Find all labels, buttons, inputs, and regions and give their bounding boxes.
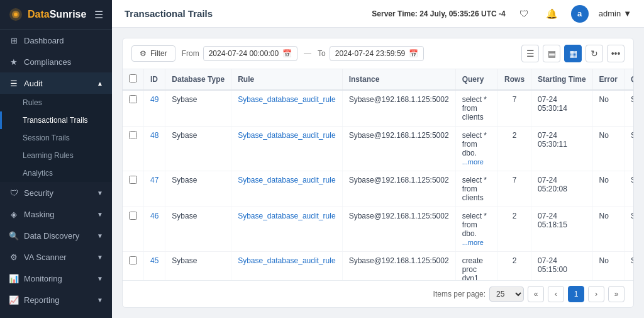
refresh-icon[interactable]: ↻ (586, 45, 603, 62)
row-checkbox-cell[interactable] (123, 207, 144, 252)
row-query-type: Select (624, 171, 633, 207)
reporting-chevron-icon: ▼ (97, 297, 103, 304)
row-checkbox-cell[interactable] (123, 171, 144, 207)
audit-section-header[interactable]: ☰ Audit ▲ (0, 72, 112, 94)
sidebar-item-analytics[interactable]: Analytics (0, 164, 112, 182)
sidebar-item-session-trails[interactable]: Session Trails (0, 129, 112, 147)
user-chevron-icon: ▼ (623, 9, 631, 18)
header-starting-time[interactable]: Starting Time (531, 69, 592, 90)
sidebar-item-dashboard[interactable]: ⊞ Dashboard (0, 30, 112, 51)
table-body: 49 Sybase Sybase_database_audit_rule Syb… (123, 90, 633, 280)
sidebar-item-masking[interactable]: ◈ Masking ▼ (0, 203, 112, 225)
row-checkbox[interactable] (129, 212, 137, 220)
row-id[interactable]: 49 (144, 90, 165, 127)
row-checkbox[interactable] (129, 176, 137, 184)
row-rule[interactable]: Sybase_database_audit_rule (231, 207, 342, 252)
header-query[interactable]: Query (455, 69, 497, 90)
user-menu[interactable]: admin ▼ (599, 9, 631, 18)
sidebar-item-monitoring[interactable]: 📊 Monitoring ▼ (0, 268, 112, 289)
topbar: Transactional Trails Server Time: 24 Jul… (112, 0, 644, 28)
row-checkbox-cell[interactable] (123, 252, 144, 281)
last-page-button[interactable]: » (608, 286, 625, 302)
row-checkbox-cell[interactable] (123, 90, 144, 127)
sidebar-item-learning-rules[interactable]: Learning Rules (0, 147, 112, 164)
sidebar-item-transactional-trails[interactable]: Transactional Trails (0, 111, 112, 129)
row-id[interactable]: 48 (144, 127, 165, 171)
prev-page-button[interactable]: ‹ (548, 286, 564, 302)
next-page-button[interactable]: › (588, 286, 604, 302)
row-rule[interactable]: Sybase_database_audit_rule (231, 171, 342, 207)
row-rule[interactable]: Sybase_database_audit_rule (231, 90, 342, 127)
toolbar-right: ☰ ▤ ▦ ↻ ••• (521, 45, 625, 62)
sidebar-item-security[interactable]: 🛡 Security ▼ (0, 182, 112, 203)
view-compact-icon[interactable]: ▤ (543, 45, 560, 62)
from-date-input[interactable]: 2024-07-24 00:00:00 📅 (203, 46, 297, 61)
sidebar-item-label: Data Discovery (24, 231, 79, 241)
header-checkbox[interactable] (123, 69, 144, 90)
row-checkbox[interactable] (129, 95, 137, 103)
header-query-type[interactable]: Query Type (624, 69, 633, 90)
audit-chevron-icon: ▲ (97, 80, 103, 87)
more-link[interactable]: ...more (462, 239, 484, 246)
first-page-button[interactable]: « (528, 286, 544, 302)
row-checkbox[interactable] (129, 256, 137, 264)
to-label: To (318, 49, 326, 58)
row-rule[interactable]: Sybase_database_audit_rule (231, 127, 342, 171)
sidebar-item-rules[interactable]: Rules (0, 94, 112, 111)
calendar-to-icon[interactable]: 📅 (409, 49, 418, 58)
header-instance[interactable]: Instance (342, 69, 455, 90)
select-all-checkbox[interactable] (129, 74, 137, 82)
user-avatar[interactable]: a (571, 5, 589, 23)
bell-icon[interactable]: 🔔 (543, 5, 561, 23)
menu-toggle-icon[interactable]: ☰ (94, 9, 103, 21)
view-list-icon[interactable]: ☰ (521, 45, 539, 62)
table-row: 48 Sybase Sybase_database_audit_rule Syb… (123, 127, 633, 171)
row-rows: 2 (498, 252, 531, 281)
header-rule[interactable]: Rule (231, 69, 342, 90)
row-id[interactable]: 47 (144, 171, 165, 207)
to-date-input[interactable]: 2024-07-24 23:59:59 📅 (330, 46, 424, 61)
row-error: No (592, 252, 624, 281)
header-db-type[interactable]: Database Type (165, 69, 231, 90)
row-db-type: Sybase (165, 127, 231, 171)
per-page-select[interactable]: 25 50 100 (489, 287, 524, 302)
sidebar-item-label: Compliances (24, 57, 71, 67)
row-instance: Sybase@192.168.1.125:5002 (342, 90, 455, 127)
row-id[interactable]: 46 (144, 207, 165, 252)
row-rule[interactable]: Sybase_database_audit_rule (231, 252, 342, 281)
sidebar-item-reporting[interactable]: 📈 Reporting ▼ (0, 289, 112, 310)
date-range-separator: — (304, 49, 311, 58)
row-query-type: Select (624, 90, 633, 127)
calendar-from-icon[interactable]: 📅 (282, 49, 292, 58)
header-rows[interactable]: Rows (498, 69, 531, 90)
row-id[interactable]: 45 (144, 252, 165, 281)
sidebar-item-resource-manager[interactable]: </> Resource Manager ▼ (0, 310, 112, 318)
row-query-type: Select (624, 207, 633, 252)
reporting-icon: 📈 (9, 295, 19, 305)
row-checkbox-cell[interactable] (123, 127, 144, 171)
row-query-type: Select (624, 127, 633, 171)
server-time-value: 24 July, 05:35:26 UTC -4 (419, 9, 506, 18)
row-db-type: Sybase (165, 90, 231, 127)
audit-icon: ☰ (9, 78, 19, 88)
table-container: ⚙ Filter From 2024-07-24 00:00:00 📅 — To… (122, 38, 634, 308)
more-options-icon[interactable]: ••• (607, 45, 625, 62)
filter-icon: ⚙ (140, 49, 147, 58)
header-id[interactable]: ID (144, 69, 165, 90)
row-checkbox[interactable] (129, 131, 137, 139)
view-table-icon[interactable]: ▦ (564, 45, 582, 62)
shield-topbar-icon[interactable]: 🛡 (516, 5, 533, 23)
sidebar-item-compliances[interactable]: ★ Compliances (0, 51, 112, 72)
topbar-right: Server Time: 24 July, 05:35:26 UTC -4 🛡 … (372, 5, 631, 23)
row-query: create proc dyn1 ...more (455, 252, 497, 281)
header-error[interactable]: Error (592, 69, 624, 90)
row-start-time: 07-24 05:20:08 (531, 171, 592, 207)
more-link[interactable]: ...more (462, 158, 484, 166)
filter-button[interactable]: ⚙ Filter (131, 45, 175, 62)
date-to-group: To 2024-07-24 23:59:59 📅 (318, 46, 424, 61)
sidebar-item-va-scanner[interactable]: ⚙ VA Scanner ▼ (0, 246, 112, 268)
main-area: Transactional Trails Server Time: 24 Jul… (112, 0, 644, 318)
current-page-button[interactable]: 1 (568, 286, 584, 302)
sidebar-item-data-discovery[interactable]: 🔍 Data Discovery ▼ (0, 225, 112, 246)
row-error: No (592, 90, 624, 127)
